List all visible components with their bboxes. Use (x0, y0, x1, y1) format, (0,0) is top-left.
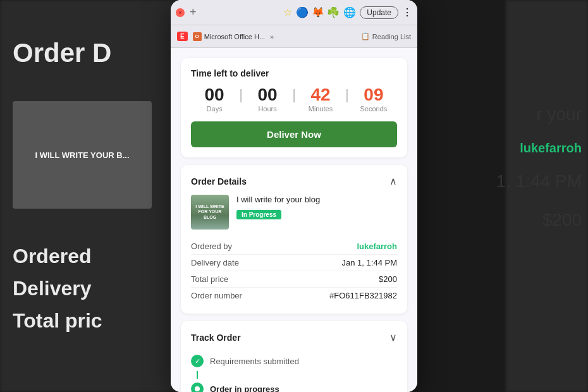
etsy-tab[interactable]: E (177, 32, 188, 41)
office-icon: O (193, 32, 202, 41)
track-done-icon: ✓ (191, 355, 204, 367)
countdown-days: 00 Days (191, 86, 238, 113)
sep-3: | (344, 87, 350, 103)
browser-window: × + ☆ 🔵 🦊 ☘️ 🌐 Update ⋮ E O Microsoft Of… (171, 0, 417, 392)
track-step-1-label: Requirements submitted (210, 357, 299, 366)
bg-left-image: I WILL WRITE YOUR B... (13, 101, 152, 209)
reading-list-button[interactable]: 📋 Reading List (361, 32, 411, 40)
delivery-date-label: Delivery date (191, 258, 239, 267)
profile-icon[interactable]: 🌐 (343, 6, 356, 18)
browser-tabs: E O Microsoft Office H... » (177, 32, 356, 41)
update-button[interactable]: Update (360, 6, 398, 19)
gig-thumbnail: I WILL WRITE FOR YOUR BLOG (191, 195, 229, 230)
bg-left-heading: Order D (13, 38, 111, 68)
office-tab-label: Microsoft Office H... (204, 33, 265, 40)
bg-left-img-text: I WILL WRITE YOUR B... (30, 145, 134, 165)
gig-title: I will write for your blog (236, 195, 397, 204)
ordered-by-value[interactable]: lukefarroh (357, 242, 397, 251)
track-progress-icon (191, 383, 204, 392)
office-tab[interactable]: O Microsoft Office H... (193, 32, 265, 41)
browser-top-right: ☆ 🔵 🦊 ☘️ 🌐 Update ⋮ (283, 6, 412, 19)
delivery-date-value: Jan 1, 1:44 PM (342, 258, 397, 267)
bg-left-lower-text: Ordered Delivery Total pric (13, 240, 102, 338)
countdown-timer: 00 Days | 00 Hours | 42 Minutes | 09 Sec… (191, 86, 397, 113)
days-label: Days (191, 105, 238, 113)
more-tabs-indicator[interactable]: » (270, 33, 274, 40)
bookmark-star-icon[interactable]: ☆ (283, 6, 292, 18)
menu-dots-icon[interactable]: ⋮ (402, 6, 412, 18)
seconds-label: Seconds (350, 105, 397, 113)
track-step-2: Order in progress (191, 379, 397, 392)
total-price-value: $200 (379, 274, 397, 284)
address-bar: E O Microsoft Office H... » 📋 Reading Li… (171, 25, 417, 48)
extensions-icons: 🔵 🦊 ☘️ (296, 6, 340, 18)
track-items-list: ✓ Requirements submitted Order in progre… (191, 351, 397, 392)
order-gig-row: I WILL WRITE FOR YOUR BLOG I will write … (191, 195, 397, 230)
order-number-value: #FO611FB321982 (329, 291, 397, 300)
tab-add-button[interactable]: + (187, 6, 199, 19)
order-number-label: Order number (191, 291, 242, 300)
track-order-header: Track Order ∨ (191, 331, 397, 343)
track-chevron-icon[interactable]: ∨ (389, 331, 397, 343)
track-step-2-label: Order in progress (210, 384, 279, 393)
reading-list-icon: 📋 (361, 32, 370, 40)
order-details-header: Order Details ∧ (191, 175, 397, 187)
order-details-card: Order Details ∧ I WILL WRITE FOR YOUR BL… (181, 165, 407, 314)
order-number-row: Order number #FO611FB321982 (191, 288, 397, 303)
tab-close-button[interactable]: × (176, 8, 185, 17)
time-left-title: Time left to deliver (191, 68, 397, 78)
order-details-title: Order Details (191, 176, 247, 187)
gig-thumb-text: I WILL WRITE FOR YOUR BLOG (191, 203, 229, 221)
ordered-by-label: Ordered by (191, 242, 232, 251)
total-price-label: Total price (191, 274, 228, 284)
countdown-minutes: 42 Minutes (297, 86, 344, 113)
total-price-row: Total price $200 (191, 271, 397, 288)
chevron-up-icon[interactable]: ∧ (389, 175, 397, 187)
page-content: Time left to deliver 00 Days | 00 Hours … (171, 48, 417, 392)
countdown-seconds: 09 Seconds (350, 86, 397, 113)
countdown-hours: 00 Hours (244, 86, 291, 113)
gig-thumb-inner: I WILL WRITE FOR YOUR BLOG (191, 195, 229, 230)
ordered-by-row: Ordered by lukefarroh (191, 238, 397, 255)
hours-label: Hours (244, 105, 291, 113)
sep-1: | (238, 87, 244, 103)
bg-right-text: r your lukefarroh 1, 1:44 PM $200 (496, 95, 582, 240)
tab-area: × + (176, 6, 279, 19)
seconds-value: 09 (350, 86, 397, 104)
hours-value: 00 (244, 86, 291, 104)
minutes-label: Minutes (297, 105, 344, 113)
minutes-value: 42 (297, 86, 344, 104)
track-connector-line (197, 371, 198, 379)
days-value: 00 (191, 86, 238, 104)
track-order-title: Track Order (191, 333, 241, 343)
track-step-1: ✓ Requirements submitted (191, 351, 397, 371)
delivery-date-row: Delivery date Jan 1, 1:44 PM (191, 255, 397, 271)
deliver-now-button[interactable]: Deliver Now (191, 121, 397, 147)
time-left-card: Time left to deliver 00 Days | 00 Hours … (181, 58, 407, 157)
gig-info: I will write for your blog In Progress (236, 195, 397, 219)
browser-top-bar: × + ☆ 🔵 🦊 ☘️ 🌐 Update ⋮ (171, 0, 417, 25)
sep-2: | (291, 87, 297, 103)
reading-list-label: Reading List (372, 33, 411, 40)
track-order-card: Track Order ∨ ✓ Requirements submitted O… (181, 321, 407, 392)
status-badge: In Progress (236, 210, 281, 219)
